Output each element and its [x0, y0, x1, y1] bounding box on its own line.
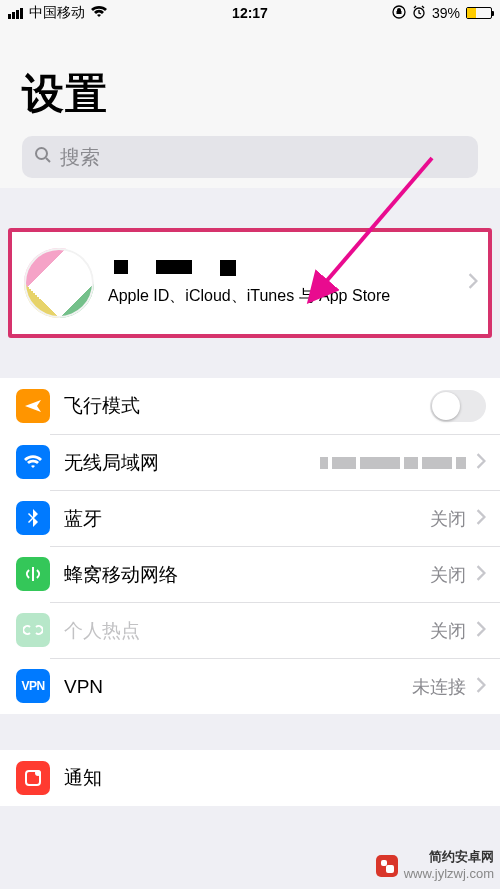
row-value: 关闭 [430, 507, 466, 531]
row-label: 飞行模式 [64, 393, 420, 419]
row-value: 关闭 [430, 563, 466, 587]
row-bluetooth[interactable]: 蓝牙 关闭 [0, 490, 500, 546]
battery-icon [466, 7, 492, 19]
signal-icon [8, 8, 23, 19]
row-vpn[interactable]: VPN VPN 未连接 [0, 658, 500, 714]
row-label: 无线局域网 [64, 450, 310, 476]
chevron-right-icon [468, 273, 478, 293]
row-value: 未连接 [412, 675, 466, 699]
row-cellular[interactable]: 蜂窝移动网络 关闭 [0, 546, 500, 602]
airplane-icon [16, 389, 50, 423]
page-title: 设置 [22, 66, 478, 122]
settings-group-notifications: 通知 [0, 750, 500, 806]
battery-percent: 39% [432, 5, 460, 21]
chevron-right-icon [476, 677, 486, 697]
status-bar: 中国移动 12:17 39% [0, 0, 500, 26]
cellular-icon [16, 557, 50, 591]
chevron-right-icon [476, 621, 486, 641]
vpn-icon: VPN [16, 669, 50, 703]
chevron-right-icon [476, 509, 486, 529]
wifi-name-redacted [320, 455, 466, 471]
account-name-redacted [108, 260, 454, 276]
apple-id-row[interactable]: Apple ID、iCloud、iTunes 与 App Store [8, 228, 492, 338]
chevron-right-icon [476, 453, 486, 473]
carrier-label: 中国移动 [29, 4, 85, 22]
row-notifications[interactable]: 通知 [0, 750, 500, 806]
svg-point-4 [35, 770, 41, 776]
apple-id-subtitle: Apple ID、iCloud、iTunes 与 App Store [108, 286, 454, 307]
clock: 12:17 [232, 5, 268, 21]
search-placeholder: 搜索 [60, 144, 100, 171]
bluetooth-icon [16, 501, 50, 535]
avatar [24, 248, 94, 318]
chevron-right-icon [476, 565, 486, 585]
watermark-logo-icon [376, 855, 398, 877]
hotspot-icon [16, 613, 50, 647]
wifi-icon [16, 445, 50, 479]
notifications-icon [16, 761, 50, 795]
row-label: 个人热点 [64, 618, 420, 644]
row-hotspot[interactable]: 个人热点 关闭 [0, 602, 500, 658]
orientation-lock-icon [392, 5, 406, 22]
alarm-icon [412, 5, 426, 22]
row-label: 蓝牙 [64, 506, 420, 532]
row-value: 关闭 [430, 619, 466, 643]
row-label: VPN [64, 676, 402, 698]
svg-point-2 [36, 148, 47, 159]
watermark: 简约安卓网 www.jylzwj.com [376, 849, 494, 883]
row-label: 蜂窝移动网络 [64, 562, 420, 588]
airplane-toggle[interactable] [430, 390, 486, 422]
settings-group-connectivity: 飞行模式 无线局域网 蓝牙 关闭 蜂窝移动网络 [0, 378, 500, 714]
watermark-brand: 简约安卓网 [429, 849, 494, 864]
search-field[interactable]: 搜索 [22, 136, 478, 178]
header: 设置 搜索 [0, 26, 500, 188]
row-wifi[interactable]: 无线局域网 [0, 434, 500, 490]
row-airplane-mode[interactable]: 飞行模式 [0, 378, 500, 434]
watermark-url: www.jylzwj.com [404, 866, 494, 881]
wifi-icon [91, 5, 107, 21]
search-icon [34, 146, 52, 169]
row-label: 通知 [64, 765, 486, 791]
